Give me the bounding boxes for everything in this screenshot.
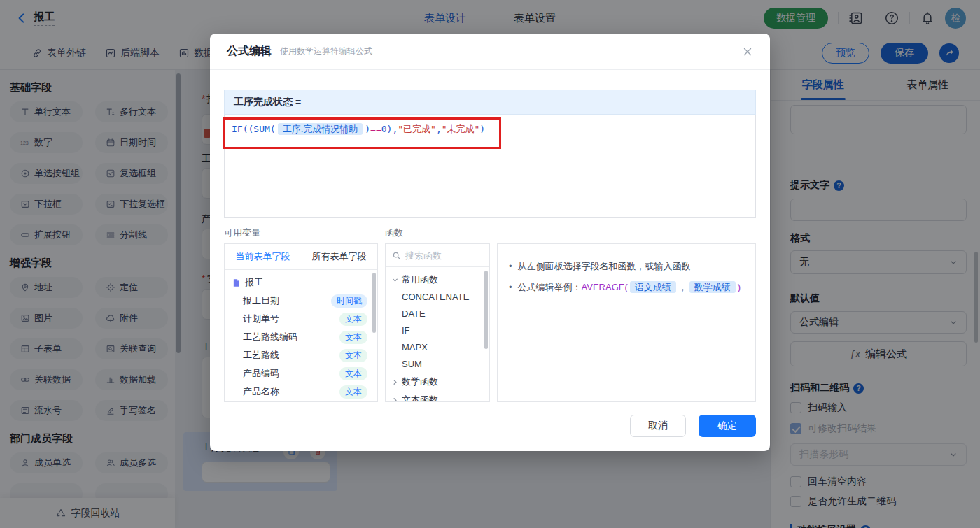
variables-panel: 当前表单字段 所有表单字段 报工 报工日期时间戳 计划单号文本 工艺路线编码文本… — [224, 243, 378, 402]
modal-header: 公式编辑 使用数学运算符编辑公式 — [210, 34, 770, 70]
field-token-chip[interactable]: 工序.完成情况辅助 — [278, 123, 363, 135]
function-item[interactable]: CONCATENATE — [386, 288, 489, 305]
help-panel: •从左侧面板选择字段名和函数，或输入函数 •公式编辑举例：AVERAGE(语文成… — [497, 243, 756, 402]
screen: 报工 表单设计 表单设置 数据管理 检 表单外链 后端脚本 数据权 预览 保存 — [0, 0, 980, 528]
variable-item[interactable]: 工艺路线编码文本 — [225, 328, 377, 346]
variable-item[interactable]: 工艺路线文本 — [225, 346, 377, 364]
confirm-button[interactable]: 确定 — [699, 415, 756, 437]
variable-item[interactable]: 产品编码文本 — [225, 364, 377, 383]
variables-scrollbar[interactable] — [372, 273, 376, 333]
cancel-button[interactable]: 取消 — [630, 415, 686, 437]
formula-editor: 工序完成状态 = IF((SUM(工序.完成情况辅助)==0),"已完成","未… — [224, 90, 756, 218]
function-item[interactable]: MAPX — [386, 338, 489, 355]
function-group-text[interactable]: 文本函数 — [386, 392, 489, 402]
type-badge: 文本 — [340, 313, 368, 326]
functions-scrollbar[interactable] — [484, 271, 488, 349]
function-item[interactable]: IF — [386, 322, 489, 338]
chevron-down-icon — [391, 276, 399, 284]
modal-title: 公式编辑 — [227, 44, 272, 59]
function-search-input[interactable] — [405, 250, 475, 261]
chevron-right-icon — [391, 378, 399, 386]
variables-tabs: 当前表单字段 所有表单字段 — [225, 244, 377, 270]
modal-subtitle: 使用数学运算符编辑公式 — [280, 45, 372, 57]
formula-editor-modal: 公式编辑 使用数学运算符编辑公式 工序完成状态 = IF((SUM(工序.完成情… — [210, 34, 770, 451]
bullet-dot: • — [509, 280, 512, 294]
modal-body: 工序完成状态 = IF((SUM(工序.完成情况辅助)==0),"已完成","未… — [210, 70, 770, 451]
variables-label: 可用变量 — [224, 227, 260, 239]
type-badge: 文本 — [340, 331, 368, 344]
example-chip: 数学成绩 — [690, 281, 736, 293]
form-doc-icon — [232, 278, 241, 287]
type-badge: 时间戳 — [331, 294, 368, 308]
function-item[interactable]: SUM — [386, 355, 489, 372]
help-example: •公式编辑举例：AVERAGE(语文成绩，数学成绩) — [509, 280, 744, 294]
help-bullet: •从左侧面板选择字段名和函数，或输入函数 — [509, 259, 744, 273]
type-badge: 文本 — [340, 385, 368, 399]
function-search[interactable] — [386, 244, 489, 267]
variable-tree-root[interactable]: 报工 — [225, 273, 377, 292]
type-badge: 文本 — [340, 349, 368, 362]
bullet-dot: • — [509, 259, 512, 273]
variable-item[interactable]: 报工日期时间戳 — [225, 292, 377, 310]
search-icon — [392, 251, 401, 260]
formula-target-bar: 工序完成状态 = — [224, 90, 756, 115]
tab-all-form-fields[interactable]: 所有表单字段 — [301, 244, 377, 269]
variable-item[interactable]: 产品名称文本 — [225, 383, 377, 401]
variable-item[interactable]: 计划单号文本 — [225, 310, 377, 328]
functions-panel: 常用函数 CONCATENATE DATE IF MAPX SUM 数学函数 文… — [385, 243, 490, 402]
function-group-common[interactable]: 常用函数 — [386, 271, 489, 288]
formula-code-area[interactable]: IF((SUM(工序.完成情况辅助)==0),"已完成","未完成") — [224, 115, 756, 218]
close-icon[interactable] — [742, 46, 753, 57]
example-chip: 语文成绩 — [630, 281, 676, 293]
function-item[interactable]: DATE — [386, 305, 489, 322]
chevron-right-icon — [391, 397, 399, 403]
tab-current-form-fields[interactable]: 当前表单字段 — [225, 244, 301, 269]
type-badge: 文本 — [340, 367, 368, 380]
functions-label: 函数 — [385, 227, 403, 239]
function-group-math[interactable]: 数学函数 — [386, 373, 489, 390]
